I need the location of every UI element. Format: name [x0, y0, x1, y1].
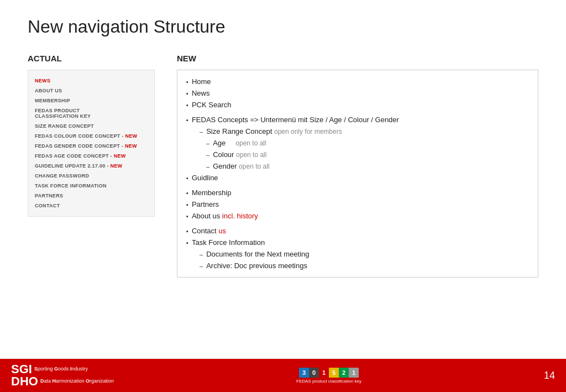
new-item-gender: – Gender open to all	[202, 160, 529, 172]
dho-line: DHO Data Harmonization Organization	[11, 375, 114, 388]
nav-box: NEWS ABOUT US MEMBERSHIP FEDAS PRODUCTCL…	[28, 70, 155, 217]
sgi-line: SGI Sporting Goods Industry	[11, 363, 114, 375]
columns-container: ACTUAL NEWS ABOUT US MEMBERSHIP FEDAS PR…	[28, 54, 538, 278]
sgi-text: SGI	[11, 363, 32, 375]
new-item-contact: ▪ Contact us	[186, 225, 529, 237]
new-item-taskforce-label: Task Force Information	[192, 238, 265, 247]
bullet-icon: ▪	[186, 201, 188, 208]
new-item-archive: – Archive: Doc previous meetings	[195, 260, 529, 271]
slide-content: New navigation Structure ACTUAL NEWS ABO…	[0, 0, 566, 359]
new-header: NEW	[177, 54, 538, 63]
nav-item-task-force[interactable]: TASK FORCE INFORMATION	[28, 181, 154, 191]
actual-header: ACTUAL	[28, 54, 155, 63]
dash-icon: –	[206, 151, 209, 158]
dash-icon: –	[206, 140, 209, 147]
new-item-archive-label: Archive: Doc previous meetings	[206, 262, 307, 270]
slide-title: New navigation Structure	[28, 17, 538, 37]
new-item-home-label: Home	[192, 77, 211, 86]
bullet-icon: ▪	[186, 102, 188, 108]
nav-item-partners[interactable]: PARTNERS	[28, 191, 154, 201]
new-item-news-label: News	[192, 89, 210, 97]
new-nav-box: ▪ Home ▪ News ▪ PCK Search ▪ FEDAS Co	[177, 70, 538, 278]
dash-icon: –	[200, 128, 203, 135]
dho-text: DHO	[11, 375, 38, 388]
dash-icon: –	[200, 263, 203, 269]
nav-item-news[interactable]: NEWS	[28, 76, 154, 86]
new-item-size-label: Size Range Concept open only for members	[206, 127, 342, 135]
new-item-about-label: About us incl. history	[192, 212, 258, 220]
page-number: 14	[544, 370, 555, 381]
nav-item-membership[interactable]: MEMBERSHIP	[28, 96, 154, 106]
new-item-documents: – Documents for the Next meeting	[195, 248, 529, 260]
new-item-size-range: – Size Range Concept open only for membe…	[195, 126, 529, 137]
new-column: NEW ▪ Home ▪ News ▪ PCK Search	[177, 54, 538, 278]
new-item-contact-label: Contact us	[192, 227, 226, 235]
cls-digit-1b: 1	[349, 368, 359, 378]
bullet-icon: ▪	[186, 175, 188, 181]
footer-bar: SGI Sporting Goods Industry DHO Data Har…	[0, 359, 566, 392]
nav-item-fedas-product[interactable]: FEDAS PRODUCTCLASSIFICATION KEY	[28, 106, 154, 121]
new-item-membership-label: Membership	[192, 189, 232, 197]
actual-column: ACTUAL NEWS ABOUT US MEMBERSHIP FEDAS PR…	[28, 54, 155, 217]
new-item-guidline: ▪ Guidline	[186, 172, 529, 184]
nav-item-change-password[interactable]: CHANGE PASSWORD	[28, 171, 154, 181]
new-item-taskforce: ▪ Task Force Information	[186, 237, 529, 248]
cls-digit-2: 2	[339, 368, 349, 378]
new-item-age: – Age open to all	[202, 137, 529, 149]
bullet-icon: ▪	[186, 90, 188, 97]
cls-digit-5: 5	[329, 368, 339, 378]
new-item-documents-label: Documents for the Next meeting	[206, 250, 309, 258]
nav-item-guideline[interactable]: GUIDELINE UPDATE 2.17.00 - NEW	[28, 161, 154, 171]
new-nav-list: ▪ Home ▪ News ▪ PCK Search ▪ FEDAS Co	[186, 76, 529, 271]
nav-item-size-range[interactable]: SIZE RANGE CONCEPT	[28, 121, 154, 131]
nav-item-age[interactable]: FEDAS AGE CODE CONCEPT - NEW	[28, 151, 154, 161]
new-item-fedas-label: FEDAS Concepts => Untermenü mit Size / A…	[192, 116, 399, 124]
classification-box: 3 0 1 5 2 1	[299, 368, 359, 378]
sgi-dho-logo: SGI Sporting Goods Industry DHO Data Har…	[11, 363, 114, 388]
dash-icon: –	[200, 251, 203, 258]
nav-item-contact[interactable]: CONTACT	[28, 201, 154, 211]
new-item-age-label: Age open to all	[213, 139, 266, 147]
bullet-icon: ▪	[186, 117, 188, 123]
new-item-gender-label: Gender open to all	[213, 162, 269, 170]
classification-label: FEDAS product classification key	[296, 379, 361, 384]
nav-item-colour[interactable]: FEDAS COLOUR CODE CONCEPT - NEW	[28, 131, 154, 141]
new-item-colour-label: Colour open to all	[213, 150, 266, 159]
new-item-pck: ▪ PCK Search	[186, 99, 529, 111]
dash-icon: –	[206, 163, 209, 170]
new-item-fedas-concepts: ▪ FEDAS Concepts => Untermenü mit Size /…	[186, 114, 529, 126]
nav-item-about[interactable]: ABOUT US	[28, 86, 154, 96]
new-item-partners-label: Partners	[192, 200, 219, 208]
new-item-pck-label: PCK Search	[192, 101, 232, 109]
sgi-description: Sporting Goods Industry	[34, 366, 88, 373]
cls-digit-0: 0	[309, 368, 319, 378]
bullet-icon: ▪	[186, 239, 188, 246]
cls-digit-3: 3	[299, 368, 309, 378]
nav-item-gender[interactable]: FEDAS GENDER CODE CONCEPT - NEW	[28, 141, 154, 151]
footer-logo: SGI Sporting Goods Industry DHO Data Har…	[11, 363, 114, 388]
bullet-icon: ▪	[186, 213, 188, 219]
bullet-icon: ▪	[186, 190, 188, 196]
new-item-membership: ▪ Membership	[186, 187, 529, 198]
footer-center: 3 0 1 5 2 1 FEDAS product classification…	[296, 368, 361, 384]
new-item-colour: – Colour open to all	[202, 149, 529, 160]
bullet-icon: ▪	[186, 228, 188, 234]
dho-description: Data Harmonization Organization	[40, 378, 114, 385]
bullet-icon: ▪	[186, 79, 188, 85]
new-item-news: ▪ News	[186, 87, 529, 99]
new-item-about: ▪ About us incl. history	[186, 210, 529, 222]
cls-digit-1: 1	[319, 368, 329, 378]
new-item-home: ▪ Home	[186, 76, 529, 87]
new-item-guidline-label: Guidline	[192, 174, 218, 182]
new-item-partners: ▪ Partners	[186, 198, 529, 210]
